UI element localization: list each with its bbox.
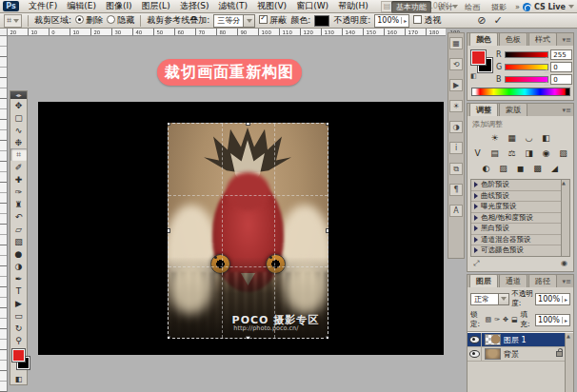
panel-menu-icon[interactable]: ▾≡ (563, 278, 571, 285)
type-tool[interactable]: T (10, 284, 27, 297)
layer-thumbnail[interactable] (485, 334, 501, 345)
tab-swatches[interactable]: 色板 (499, 32, 527, 46)
gradient-map-icon[interactable]: ▩ (531, 163, 544, 174)
workspace-photography[interactable]: 摄影 (487, 1, 511, 13)
actions-panel-icon[interactable]: ▶ (449, 79, 463, 91)
zoom-tool[interactable]: ⚲ (10, 334, 27, 346)
pen-tool[interactable]: ✒ (10, 272, 27, 284)
paragraph-panel-icon[interactable]: ¶ (449, 184, 463, 196)
lock-move-icon[interactable]: ✥ (503, 316, 508, 323)
threshold-icon[interactable]: ◼ (514, 163, 527, 174)
photo-filter-icon[interactable]: ◉ (540, 147, 552, 159)
panel-menu-icon[interactable]: ▾≡ (563, 107, 571, 114)
layer-thumbnail[interactable] (485, 348, 501, 360)
cs-live-button[interactable]: CS Live (523, 1, 574, 12)
vibrance-icon[interactable]: V (471, 147, 484, 159)
history-brush-tool[interactable]: ↶ (10, 210, 27, 223)
tab-channels[interactable]: 通道 (499, 274, 527, 287)
menu-layer[interactable]: 图层(L) (137, 0, 175, 12)
posterize-icon[interactable]: ▨ (497, 163, 509, 174)
horizontal-ruler[interactable]: 2010010203040506070809010011012013014015… (8, 29, 446, 36)
tab-styles[interactable]: 样式 (528, 32, 557, 46)
commit-crop-button[interactable]: ✓ (493, 14, 502, 27)
menu-window[interactable]: 窗口(W) (291, 0, 333, 12)
masks-panel-icon[interactable]: ◑ (449, 121, 463, 133)
panel-menu-icon[interactable]: ▾≡ (563, 36, 571, 44)
quick-mask-button[interactable]: ◧ (10, 373, 27, 384)
menu-image[interactable]: 图像(I) (101, 0, 137, 12)
color-slider[interactable] (505, 51, 549, 58)
fill-input[interactable]: 100%▸ (535, 314, 570, 326)
clone-stamp-tool[interactable]: ♜ (10, 198, 27, 210)
panel-switch-icon[interactable]: ◉ (561, 259, 567, 268)
tool-preset-picker[interactable]: ⌗ (4, 14, 22, 28)
channel-mixer-icon[interactable]: ▧ (557, 147, 569, 159)
lock-paint-icon[interactable]: ✑ (494, 316, 500, 323)
layers-scrollbar[interactable] (565, 333, 573, 392)
workspace-painting[interactable]: 绘画 (460, 1, 485, 13)
exposure-icon[interactable]: ◧ (540, 132, 552, 144)
clone-source-panel-icon[interactable]: ⧉ (449, 163, 463, 175)
crop-delete-radio[interactable]: 删除 (75, 14, 103, 27)
curves-icon[interactable]: ◡ (523, 132, 535, 144)
path-selection-tool[interactable]: ▶ (10, 297, 27, 309)
opacity-input[interactable]: 100%▸ (535, 293, 570, 305)
rotate-view-tool[interactable]: ↻ (10, 322, 27, 334)
menu-select[interactable]: 选择(S) (175, 0, 214, 12)
color-spectrum-ramp[interactable] (471, 88, 570, 96)
marquee-tool[interactable]: ▢ (10, 111, 27, 124)
perspective-checkbox[interactable]: 透视 (413, 14, 441, 27)
brush-tool[interactable]: ✑ (10, 186, 27, 198)
tab-adjustments[interactable]: 调整 (469, 103, 498, 116)
brightness-panel-icon[interactable]: ☀ (449, 100, 463, 112)
preset-row[interactable]: 色阶预设 (471, 180, 562, 191)
preset-row[interactable]: 黑白预设 (471, 224, 562, 235)
gradient-tool[interactable]: ▧ (10, 235, 27, 247)
foreground-color-swatch[interactable] (471, 50, 486, 65)
preset-row[interactable]: 可选颜色预设 (471, 245, 562, 256)
color-balance-icon[interactable]: ⚖ (506, 147, 518, 159)
move-tool[interactable]: ✥ (10, 99, 27, 111)
color-value-input[interactable]: 255 (550, 49, 572, 60)
color-slider[interactable] (505, 76, 549, 83)
layer-row-background[interactable]: 背景 (468, 347, 566, 362)
shield-color-swatch[interactable] (314, 15, 329, 27)
invert-icon[interactable]: ◐ (480, 163, 492, 174)
color-slider[interactable] (505, 64, 549, 70)
menu-view[interactable]: 视图(V) (252, 0, 291, 12)
vertical-ruler[interactable] (0, 36, 8, 392)
tab-masks[interactable]: 蒙版 (499, 103, 527, 116)
lock-all-icon[interactable]: ⬓ (511, 316, 518, 323)
color-value-input[interactable]: 0 (550, 74, 572, 85)
blur-tool[interactable]: ● (10, 247, 27, 260)
foreground-color-swatch[interactable] (12, 349, 25, 362)
layer-row-layer1[interactable]: 图层 1 (468, 333, 566, 347)
toolbar-collapse-button[interactable]: ◂▸ (10, 91, 27, 99)
panel-expand-icon[interactable]: ⤢ (473, 259, 479, 268)
tab-layers[interactable]: 图层 (469, 274, 498, 287)
eyedropper-tool[interactable]: ✐ (10, 161, 27, 173)
spot-healing-tool[interactable]: ✚ (10, 173, 27, 186)
quick-selection-tool[interactable]: ❉ (10, 136, 27, 148)
selective-color-icon[interactable]: ◢ (548, 163, 561, 174)
eraser-tool[interactable]: ▱ (10, 223, 27, 235)
shield-opacity-input[interactable]: 100%▸ (374, 14, 409, 28)
color-value-input[interactable]: 0 (550, 62, 572, 72)
workspace-design[interactable]: 设计 (433, 1, 458, 13)
visibility-toggle[interactable] (468, 333, 482, 346)
lock-transparency-icon[interactable]: ▧ (486, 316, 492, 323)
crop-tool[interactable]: ⌗ (10, 148, 27, 161)
shield-checkbox[interactable]: 屏蔽 (259, 14, 287, 27)
menu-edit[interactable]: 编辑(E) (62, 0, 101, 12)
workspace-essentials[interactable]: 基本功能 (391, 1, 431, 13)
canvas-area[interactable]: 裁切画面重新构图 POCO 摄影专区 http://photo.poco.cn/ (8, 36, 448, 392)
tab-color[interactable]: 颜色 (469, 32, 498, 46)
workspace-overflow-button[interactable]: » (513, 3, 522, 11)
document-background[interactable] (38, 102, 444, 355)
menu-help[interactable]: 帮助(H) (333, 0, 373, 12)
character-panel-icon[interactable]: A (449, 205, 463, 217)
lasso-tool[interactable]: ∿ (10, 124, 27, 136)
navigator-panel-icon[interactable]: ▦ (449, 37, 463, 49)
preset-row[interactable]: 曲线预设 (471, 191, 562, 203)
cancel-crop-button[interactable]: ⊘ (477, 14, 486, 27)
